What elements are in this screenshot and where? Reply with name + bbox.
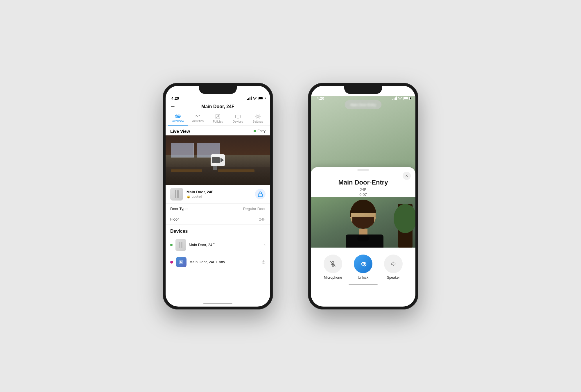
device-thumbnail-1 — [175, 239, 186, 251]
policies-icon — [215, 114, 220, 119]
notification-text: Main Door-Entry — [350, 103, 376, 107]
door-name: Main Door, 24F — [187, 190, 255, 194]
visitor-image — [311, 197, 415, 248]
tree-decoration — [398, 204, 413, 248]
chevron-right-icon-1: › — [264, 243, 266, 247]
activities-icon — [195, 114, 200, 119]
phone-2-screen: Main Door-Entry 4:20 — [311, 86, 415, 307]
phone-2: Main Door-Entry 4:20 — [308, 83, 418, 309]
devices-icon — [235, 114, 241, 119]
device-status-dot — [170, 244, 173, 246]
door-type-value: Regular Door — [243, 207, 266, 211]
device-thumbnail-2 — [176, 257, 187, 267]
modal-card: × Main Door-Entry 24F 0:07 — [311, 167, 415, 307]
phone-1-screen: 4:20 — [166, 86, 270, 307]
action-buttons: Microphone Unlock — [311, 248, 415, 280]
status-icons-2 — [392, 96, 410, 100]
visitor-face — [346, 200, 381, 248]
modal-time: 0:07 — [311, 192, 415, 197]
signal-icon-2 — [392, 96, 397, 100]
status-time-2: 4:20 — [317, 96, 324, 101]
modal-subtitle: 24F — [311, 187, 415, 192]
svg-point-13 — [263, 261, 264, 263]
door-status-text: Locked — [192, 195, 202, 198]
tab-devices[interactable]: Devices — [228, 112, 248, 126]
door-info: Main Door, 24F 🔒 Locked — [187, 190, 255, 198]
wifi-icon — [253, 96, 257, 100]
devices-section-header: Devices — [166, 225, 270, 236]
live-view-title: Live View — [170, 129, 190, 134]
page-title: Main Door, 24F — [201, 104, 234, 109]
svg-point-1 — [176, 116, 177, 117]
svg-point-9 — [257, 116, 259, 117]
app-header: ← Main Door, 24F — [166, 102, 270, 112]
battery-icon — [258, 97, 264, 100]
gear-icon — [261, 260, 266, 264]
svg-point-19 — [363, 263, 364, 264]
svg-point-5 — [217, 115, 219, 117]
status-time: 4:20 — [171, 96, 179, 101]
camera-icon-overlay — [211, 154, 225, 166]
device-name-1: Main Door, 24F — [189, 243, 264, 247]
notch-2 — [344, 86, 382, 94]
entry-dot — [254, 130, 256, 132]
svg-rect-10 — [258, 194, 262, 197]
overview-icon — [175, 114, 181, 119]
unlock-label: Unlock — [358, 275, 369, 280]
modal-title: Main Door-Entry — [311, 171, 415, 186]
svg-rect-6 — [236, 115, 240, 118]
devices-title: Devices — [170, 229, 188, 234]
tab-settings[interactable]: Settings — [248, 112, 268, 126]
signal-icon — [247, 96, 252, 100]
svg-point-3 — [178, 116, 180, 117]
door-type-label: Door Type — [170, 207, 188, 211]
tab-policies[interactable]: Policies — [208, 112, 228, 126]
tab-activities[interactable]: Activities — [188, 112, 208, 126]
home-indicator-1 — [203, 303, 232, 304]
microphone-action: Microphone — [324, 255, 342, 280]
floor-value: 24F — [259, 217, 266, 221]
phone-1: 4:20 — [163, 83, 273, 309]
speaker-button[interactable] — [384, 255, 403, 273]
door-item: Main Door, 24F 🔒 Locked — [166, 185, 270, 204]
status-bar-2: 4:20 — [311, 94, 415, 102]
microphone-label: Microphone — [324, 275, 342, 280]
device-list-item-1[interactable]: Main Door, 24F › — [166, 236, 270, 254]
unlock-button[interactable] — [354, 255, 372, 273]
entry-label: Entry — [257, 129, 266, 133]
device-status-dot-2 — [170, 261, 173, 264]
speaker-action: Speaker — [384, 255, 403, 280]
svg-marker-20 — [391, 262, 394, 266]
lock-button[interactable] — [255, 189, 266, 199]
status-icons — [247, 96, 264, 100]
settings-icon — [255, 114, 261, 119]
device-name-2: Main Door, 24F Entry — [189, 260, 261, 264]
info-row-floor: Floor 24F — [166, 214, 270, 225]
close-icon: × — [405, 173, 408, 178]
camera-view[interactable] — [166, 135, 270, 185]
info-row-doortype: Door Type Regular Door — [166, 204, 270, 214]
home-indicator-2 — [349, 284, 378, 285]
wifi-icon-2 — [398, 96, 402, 100]
door-thumbnail — [170, 188, 183, 201]
floor-label: Floor — [170, 217, 179, 221]
unlock-action: Unlock — [354, 255, 372, 280]
tab-bar: Overview Activities — [166, 112, 270, 126]
entry-badge: Entry — [254, 129, 266, 133]
door-status: 🔒 Locked — [187, 195, 255, 198]
battery-icon-2 — [403, 97, 410, 100]
microphone-button[interactable] — [324, 255, 342, 273]
device-list-item-2[interactable]: Main Door, 24F Entry — [166, 254, 270, 270]
scene: 4:20 — [0, 0, 581, 392]
lock-icon: 🔒 — [187, 195, 191, 198]
live-view-header: Live View Entry — [166, 126, 270, 135]
status-bar: 4:20 — [166, 94, 270, 102]
modal-close-button[interactable]: × — [403, 172, 411, 180]
notch — [199, 86, 237, 94]
speaker-label: Speaker — [387, 275, 400, 280]
back-button[interactable]: ← — [170, 103, 175, 110]
tab-overview[interactable]: Overview — [168, 112, 188, 126]
